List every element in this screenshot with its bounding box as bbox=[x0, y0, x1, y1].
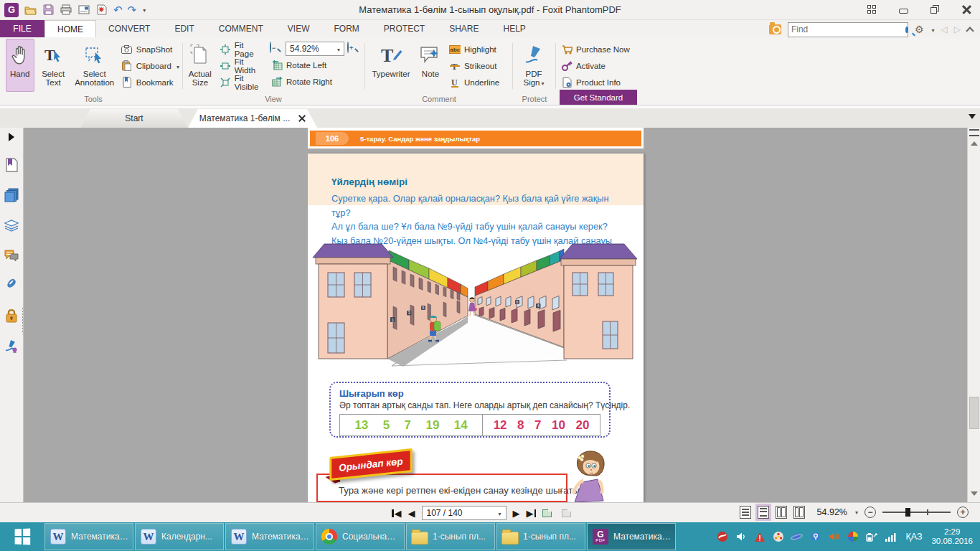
expand-panel-icon[interactable] bbox=[9, 133, 14, 141]
close-button[interactable] bbox=[958, 3, 974, 16]
previous-page-button[interactable]: ◀ bbox=[408, 509, 415, 518]
tab-comment[interactable]: COMMENT bbox=[207, 20, 275, 37]
pages-panel-icon[interactable] bbox=[4, 187, 19, 203]
highlight-button[interactable]: abc Highlight bbox=[448, 42, 501, 57]
tab-protect[interactable]: PROTECT bbox=[372, 20, 437, 37]
product-info-button[interactable]: Product Info bbox=[560, 75, 637, 90]
zoom-out-button[interactable]: − bbox=[864, 507, 876, 518]
zoom-combobox[interactable]: 54.92% bbox=[286, 42, 344, 56]
next-page-button[interactable]: ▶ bbox=[513, 509, 520, 518]
toggle-ui-icon[interactable] bbox=[864, 3, 880, 16]
tab-home[interactable]: HOME bbox=[44, 20, 96, 37]
page-number-combobox[interactable]: 107 / 140 bbox=[422, 506, 507, 520]
typewriter-button[interactable]: T Typewriter bbox=[369, 39, 413, 92]
open-file-icon[interactable] bbox=[24, 4, 37, 17]
doc-tab-active[interactable]: Математика 1-бөлім ... bbox=[188, 109, 317, 128]
rotate-right-button[interactable]: Rotate Right bbox=[270, 74, 360, 89]
zoom-out-icon[interactable]: − bbox=[270, 42, 283, 55]
warning-tray-icon[interactable] bbox=[753, 531, 765, 543]
zoom-in-icon[interactable]: + bbox=[347, 42, 360, 55]
underline-button[interactable]: U Underline bbox=[448, 75, 501, 90]
find-input[interactable] bbox=[788, 24, 905, 34]
tab-edit[interactable]: EDIT bbox=[162, 20, 206, 37]
tab-form[interactable]: FORM bbox=[321, 20, 371, 37]
planet-tray-icon[interactable] bbox=[791, 531, 803, 543]
scrollbar-thumb[interactable] bbox=[969, 397, 979, 429]
activate-button[interactable]: Activate bbox=[560, 58, 637, 73]
undo-icon[interactable]: ↶ bbox=[113, 4, 123, 15]
previous-view-icon[interactable] bbox=[542, 507, 555, 519]
zoom-in-button[interactable]: + bbox=[957, 507, 969, 518]
taskbar-app-folder-2[interactable]: 1-сынып пл... bbox=[496, 523, 585, 550]
rotate-left-button[interactable]: Rotate Left bbox=[270, 57, 360, 72]
bookmarks-panel-icon[interactable] bbox=[4, 157, 19, 173]
print-icon[interactable] bbox=[60, 4, 72, 17]
antivirus-tray-icon[interactable] bbox=[716, 531, 728, 543]
gear-icon[interactable]: ⚙ bbox=[915, 24, 924, 34]
vertical-scrollbar[interactable] bbox=[967, 128, 980, 502]
security-panel-icon[interactable] bbox=[4, 308, 19, 324]
volume-tray-icon[interactable] bbox=[735, 531, 747, 543]
pdf-sign-button[interactable]: PDF Sign bbox=[517, 39, 551, 92]
select-text-button[interactable]: T Select Text bbox=[37, 39, 70, 92]
note-button[interactable]: Note bbox=[416, 39, 445, 92]
taskbar-app-word-3[interactable]: W Математика ... bbox=[225, 523, 314, 550]
language-indicator[interactable]: ҚАЗ bbox=[905, 532, 922, 542]
taskbar-app-folder-1[interactable]: 1-сынып пл... bbox=[406, 523, 495, 550]
snapshot-button[interactable]: SnapShot bbox=[120, 42, 181, 57]
first-page-button[interactable]: ◀ bbox=[392, 509, 402, 518]
panel-splitter[interactable] bbox=[22, 307, 24, 334]
find-next-icon[interactable]: ▷ bbox=[954, 24, 961, 34]
foxit-logo-icon[interactable]: G bbox=[4, 3, 19, 17]
taskbar-app-word-2[interactable]: W Календарн... bbox=[135, 523, 224, 550]
continuous-view-icon[interactable] bbox=[758, 506, 769, 519]
find-previous-icon[interactable]: ◁ bbox=[941, 24, 948, 34]
redo-icon[interactable]: ↷ bbox=[128, 4, 137, 15]
taskbar-clock[interactable]: 2:29 30.08.2016 bbox=[931, 527, 973, 546]
tab-overflow-caret[interactable] bbox=[969, 114, 976, 119]
layers-panel-icon[interactable] bbox=[4, 217, 19, 233]
taskbar-app-word-1[interactable]: W Математика ... bbox=[44, 523, 133, 550]
select-annotation-button[interactable]: Select Annotation bbox=[72, 39, 117, 92]
comments-panel-icon[interactable] bbox=[4, 248, 19, 263]
qat-customize-caret[interactable] bbox=[141, 6, 146, 14]
actual-size-button[interactable]: Actual Size bbox=[187, 39, 214, 92]
scroll-down-icon[interactable] bbox=[970, 489, 979, 498]
single-page-view-icon[interactable] bbox=[740, 506, 751, 519]
tab-file[interactable]: FILE bbox=[0, 20, 44, 37]
taskbar-app-foxit[interactable]: GPDF Математика ... bbox=[587, 523, 676, 550]
email-icon[interactable] bbox=[77, 4, 90, 17]
collapse-ribbon-icon[interactable] bbox=[966, 27, 974, 34]
search-in-folder-icon[interactable] bbox=[769, 24, 781, 34]
last-page-button[interactable]: ▶ bbox=[527, 509, 537, 518]
get-standard-button[interactable]: Get Standard bbox=[560, 90, 637, 105]
purchase-now-button[interactable]: Purchase Now bbox=[560, 42, 637, 57]
zoom-level-caret[interactable] bbox=[854, 509, 858, 516]
scrollbar-split-handle[interactable] bbox=[969, 129, 979, 136]
clipboard-button[interactable]: Clipboard bbox=[120, 58, 181, 73]
hand-tool-button[interactable]: Hand bbox=[6, 39, 34, 92]
snapshot-quick-icon[interactable] bbox=[95, 4, 108, 17]
minimize-button[interactable] bbox=[895, 3, 911, 16]
pinwheel-tray-icon[interactable] bbox=[847, 531, 859, 543]
strikeout-button[interactable]: T Strikeout bbox=[448, 58, 501, 73]
taskbar-app-chrome[interactable]: Социальная ... bbox=[316, 523, 405, 550]
close-tab-icon[interactable] bbox=[298, 115, 306, 122]
signatures-panel-icon[interactable] bbox=[4, 338, 19, 354]
search-icon[interactable] bbox=[905, 27, 908, 33]
tab-help[interactable]: HELP bbox=[491, 20, 537, 37]
gear-caret[interactable] bbox=[930, 24, 935, 34]
power-tray-icon[interactable] bbox=[865, 531, 877, 543]
fit-visible-button[interactable]: Fit Visible bbox=[218, 75, 265, 90]
tab-share[interactable]: SHARE bbox=[437, 20, 491, 37]
bookmark-button[interactable]: Bookmark bbox=[120, 75, 181, 90]
save-icon[interactable] bbox=[42, 4, 55, 17]
fit-page-button[interactable]: Fit Page bbox=[218, 42, 265, 57]
facing-view-icon[interactable] bbox=[776, 506, 787, 519]
restore-button[interactable] bbox=[927, 3, 943, 16]
zoom-slider-thumb[interactable] bbox=[905, 508, 910, 517]
doc-tab-start[interactable]: Start bbox=[80, 109, 188, 128]
start-button[interactable] bbox=[0, 522, 44, 551]
sound-manager-tray-icon[interactable] bbox=[828, 531, 840, 543]
continuous-facing-view-icon[interactable] bbox=[793, 506, 805, 519]
